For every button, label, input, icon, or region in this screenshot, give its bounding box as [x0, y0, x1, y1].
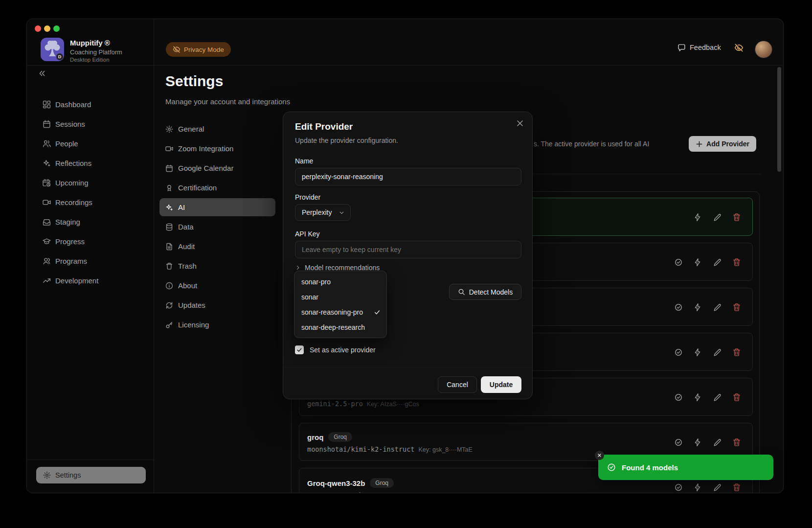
- providers-description: s. The active provider is used for all A…: [534, 140, 649, 148]
- activate-provider-icon[interactable]: [674, 258, 683, 267]
- dropdown-option-selected[interactable]: sonar-reasoning-pro: [294, 304, 386, 320]
- sidebar-item-label: Sessions: [55, 120, 85, 128]
- sidebar-item-reflections[interactable]: Reflections: [33, 154, 148, 172]
- add-provider-button[interactable]: Add Provider: [689, 136, 756, 152]
- sidebar-item-label: Staging: [55, 218, 80, 226]
- dropdown-option[interactable]: sonar-deep-research: [294, 320, 386, 335]
- modal-subtitle: Update the provider configuration.: [295, 137, 398, 144]
- sidebar-item-development[interactable]: Development: [33, 272, 148, 289]
- dropdown-option[interactable]: sonar-pro: [294, 274, 386, 289]
- app-tagline: Coaching Platform: [70, 48, 122, 56]
- toast-close-button[interactable]: [595, 451, 604, 460]
- delete-provider-icon[interactable]: [732, 303, 741, 312]
- detect-models-button[interactable]: Detect Models: [449, 284, 521, 300]
- tab-updates[interactable]: Updates: [159, 296, 275, 314]
- collapse-sidebar-button[interactable]: [38, 69, 46, 78]
- chevrons-left-icon: [38, 69, 46, 78]
- sidebar-item-sessions[interactable]: Sessions: [33, 115, 148, 133]
- gear-icon: [43, 471, 51, 479]
- activate-provider-icon[interactable]: [674, 303, 683, 312]
- sparkles-icon: [43, 159, 51, 167]
- sidebar-item-label: Progress: [55, 237, 85, 246]
- sidebar-item-programs[interactable]: Programs: [33, 252, 148, 270]
- edit-provider-icon[interactable]: [713, 438, 722, 447]
- avatar[interactable]: [755, 41, 772, 58]
- provider-title: groq Groq: [307, 432, 352, 442]
- provider-model: qwen/qwen3-32b: [307, 491, 363, 493]
- tab-google-calendar[interactable]: Google Calendar: [159, 159, 275, 177]
- close-icon[interactable]: [516, 119, 524, 128]
- tab-certification[interactable]: Certification: [159, 179, 275, 197]
- edit-provider-icon[interactable]: [713, 303, 722, 312]
- run-provider-icon[interactable]: [693, 438, 702, 447]
- video-icon: [165, 145, 173, 153]
- run-provider-icon[interactable]: [693, 348, 702, 357]
- tab-licensing[interactable]: Licensing: [159, 316, 275, 334]
- sidebar-item-recordings[interactable]: Recordings: [33, 193, 148, 211]
- sidebar-item-staging[interactable]: Staging: [33, 213, 148, 230]
- delete-provider-icon[interactable]: [732, 348, 741, 357]
- sidebar-item-label: Development: [55, 276, 98, 285]
- tab-ai[interactable]: AI: [159, 198, 275, 216]
- activate-provider-icon[interactable]: [674, 348, 683, 357]
- sidebar-settings-button[interactable]: Settings: [36, 467, 146, 483]
- tab-general[interactable]: General: [159, 120, 275, 138]
- delete-provider-icon[interactable]: [732, 393, 741, 402]
- delete-provider-icon[interactable]: [732, 483, 741, 492]
- app-window: D Muppitify ® Coaching Platform Desktop …: [26, 19, 784, 493]
- tab-data[interactable]: Data: [159, 218, 275, 236]
- edit-provider-icon[interactable]: [713, 213, 722, 222]
- edit-provider-icon[interactable]: [713, 348, 722, 357]
- sidebar-item-progress[interactable]: Progress: [33, 232, 148, 250]
- feedback-label: Feedback: [690, 44, 721, 51]
- dropdown-option[interactable]: sonar: [294, 289, 386, 304]
- privacy-mode-badge[interactable]: Privacy Mode: [166, 42, 231, 57]
- window-minimize-button[interactable]: [44, 25, 50, 32]
- feedback-button[interactable]: Feedback: [677, 41, 721, 54]
- update-button[interactable]: Update: [481, 376, 521, 393]
- check-icon: [374, 309, 381, 316]
- cancel-button[interactable]: Cancel: [438, 376, 477, 393]
- tab-about[interactable]: About: [159, 276, 275, 295]
- run-provider-icon[interactable]: [693, 483, 702, 492]
- sidebar-item-people[interactable]: People: [33, 135, 148, 152]
- privacy-eye-toggle[interactable]: [734, 43, 744, 52]
- tab-trash[interactable]: Trash: [159, 257, 275, 275]
- scrollbar-thumb[interactable]: [777, 67, 781, 172]
- run-provider-icon[interactable]: [693, 303, 702, 312]
- database-icon: [165, 223, 173, 231]
- sidebar-item-upcoming[interactable]: Upcoming: [33, 174, 148, 191]
- run-provider-icon[interactable]: [693, 213, 702, 222]
- edit-provider-icon[interactable]: [713, 393, 722, 402]
- provider-model: moonshotai/kimi-k2-instruct Key: gsk_8··…: [307, 445, 473, 453]
- api-key-input[interactable]: [295, 241, 521, 258]
- activate-provider-icon[interactable]: [674, 393, 683, 402]
- app-name: Muppitify ®: [70, 39, 110, 47]
- app-logo: D: [41, 38, 64, 61]
- circle-check-icon: [607, 463, 616, 472]
- run-provider-icon[interactable]: [693, 258, 702, 267]
- active-provider-checkbox[interactable]: [295, 345, 304, 354]
- sidebar-item-dashboard[interactable]: Dashboard: [33, 95, 148, 113]
- page-subtitle: Manage your account and integrations: [165, 97, 290, 106]
- provider-select[interactable]: Perplexity: [295, 204, 351, 221]
- tab-zoom-integration[interactable]: Zoom Integration: [159, 139, 275, 158]
- tab-label: About: [178, 281, 197, 290]
- window-zoom-button[interactable]: [53, 25, 60, 32]
- gear-icon: [165, 125, 173, 133]
- edit-provider-icon[interactable]: [713, 483, 722, 492]
- detect-models-label: Detect Models: [469, 288, 513, 296]
- delete-provider-icon[interactable]: [732, 258, 741, 267]
- activate-provider-icon[interactable]: [674, 438, 683, 447]
- window-close-button[interactable]: [35, 25, 41, 32]
- activate-provider-icon[interactable]: [674, 483, 683, 492]
- graduation-cap-icon: [43, 237, 51, 246]
- delete-provider-icon[interactable]: [732, 213, 741, 222]
- provider-badge: Groq: [370, 478, 394, 488]
- tab-audit[interactable]: Audit: [159, 237, 275, 255]
- edit-provider-icon[interactable]: [713, 258, 722, 267]
- delete-provider-icon[interactable]: [732, 438, 741, 447]
- set-active-provider-row[interactable]: Set as active provider: [295, 345, 376, 354]
- name-input[interactable]: [295, 168, 521, 185]
- run-provider-icon[interactable]: [693, 393, 702, 402]
